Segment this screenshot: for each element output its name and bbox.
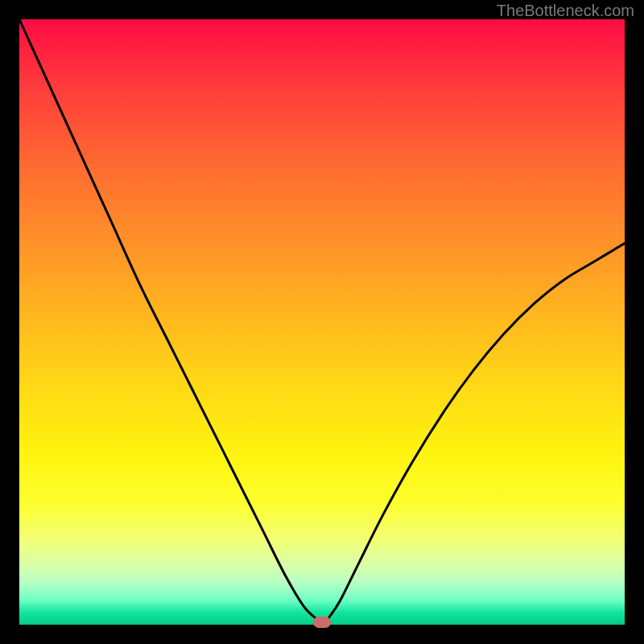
curve-svg xyxy=(19,19,625,625)
chart-container: TheBottleneck.com xyxy=(0,0,644,644)
watermark-text: TheBottleneck.com xyxy=(497,2,634,20)
plot-area xyxy=(19,19,625,625)
bottleneck-curve-path xyxy=(19,19,625,625)
optimum-marker xyxy=(313,617,331,628)
